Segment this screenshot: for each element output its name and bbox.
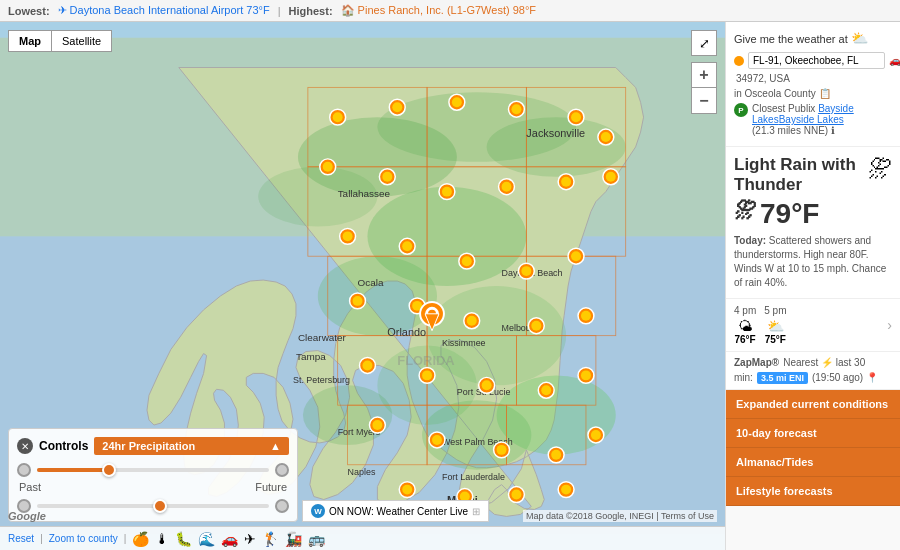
zoom-in-button[interactable]: + [691,62,717,88]
svg-point-98 [581,370,591,380]
ten-day-forecast-button[interactable]: 10-day forecast [726,419,900,448]
controls-header: ✕ Controls 24hr Precipitation ▲ [17,437,289,455]
svg-point-72 [402,241,412,251]
map-button[interactable]: Map [8,30,52,52]
svg-text:Naples: Naples [348,467,376,477]
svg-point-62 [442,187,452,197]
weather-temperature: ⛈ 79°F [734,198,892,230]
zip-code: 34972, USA [734,73,892,84]
lifestyle-forecasts-button[interactable]: Lifestyle forecasts [726,477,900,506]
zoom-out-button[interactable]: − [691,88,717,114]
icon-car[interactable]: 🚗 [221,531,238,547]
icon-golf[interactable]: 🏌 [262,531,279,547]
highest-location: 🏠 Pines Ranch, Inc. (L1-G7West) 98°F [341,4,537,17]
bottom-bar: Reset | Zoom to county | 🍊 🌡 🐛 🌊 🚗 ✈ 🏌 🚂… [0,526,725,550]
secondary-slider-row [17,499,289,513]
location-input[interactable] [748,52,885,69]
svg-point-56 [601,132,611,142]
county-icon: 📋 [819,88,831,99]
satellite-button[interactable]: Satellite [52,30,112,52]
lowest-label: Lowest: [8,5,50,17]
location-dot [734,56,744,66]
reset-button[interactable]: Reset [8,533,34,544]
publix-distance: (21.3 miles NNE) ℹ [752,125,835,136]
separator: | [278,5,281,17]
svg-text:Jacksonville: Jacksonville [526,127,585,139]
svg-point-92 [422,370,432,380]
time-labels: Past Future [17,481,289,493]
controls-close-button[interactable]: ✕ [17,438,33,454]
almanac-tides-button[interactable]: Almanac/Tides [726,448,900,477]
icon-bus[interactable]: 🚌 [308,531,325,547]
map-attribution: Map data ©2018 Google, INEGI | Terms of … [523,510,717,522]
svg-point-94 [482,380,492,390]
top-bar: Lowest: ✈ Daytona Beach International Ai… [0,0,900,22]
controls-label: Controls [39,439,88,453]
svg-point-54 [571,112,581,122]
svg-point-86 [531,321,541,331]
give-me-weather-section: Give me the weather at ⛅ 🚗 ✕ 34972, USA … [726,22,900,147]
svg-point-84 [467,316,477,326]
right-panel: Give me the weather at ⛅ 🚗 ✕ 34972, USA … [725,22,900,550]
svg-point-102 [432,435,442,445]
eni-badge: 3.5 mi ENI [757,372,808,384]
hourly-item-2: 5 pm ⛅ 75°F [764,305,786,345]
icon-train[interactable]: 🚂 [285,531,302,547]
svg-point-114 [511,490,521,500]
controls-panel: ✕ Controls 24hr Precipitation ▲ Past Fut… [8,428,298,522]
icon-plane[interactable]: ✈ [244,531,256,547]
svg-point-106 [551,450,561,460]
svg-text:Kissimmee: Kissimmee [442,338,486,348]
icon-wave[interactable]: 🌊 [198,531,215,547]
svg-point-66 [561,177,571,187]
weather-condition: Light Rain with Thunder [734,155,868,196]
svg-point-88 [581,311,591,321]
on-now-expand-icon[interactable]: ⊞ [472,506,480,517]
svg-text:Tampa: Tampa [296,351,326,362]
precip-selector[interactable]: 24hr Precipitation ▲ [94,437,289,455]
hourly-forecast-section: 4 pm 🌤 76°F 5 pm ⛅ 75°F › [726,299,900,352]
svg-point-116 [561,485,571,495]
hourly-chevron[interactable]: › [887,317,892,333]
publix-icon: P [734,103,748,117]
secondary-dot-right [275,499,289,513]
fullscreen-button[interactable]: ⤢ [691,30,717,56]
secondary-track[interactable] [37,504,269,508]
on-now-icon: W [311,504,325,518]
svg-text:Orlando: Orlando [387,326,426,338]
zapmap-label: ZapMap® [734,357,779,368]
svg-point-110 [402,485,412,495]
map-type-controls: Map Satellite [8,30,112,52]
future-label: Future [255,481,287,493]
slider-fill [37,468,107,472]
zoom-county-button[interactable]: Zoom to county [49,533,118,544]
svg-point-46 [333,112,343,122]
svg-point-100 [372,420,382,430]
on-now-banner[interactable]: W ON NOW: Weather Center Live ⊞ [302,500,489,522]
publix-name-text[interactable]: Bayside Lakes [779,114,844,125]
slider-thumb[interactable] [102,463,116,477]
location-input-row: 🚗 ✕ [734,52,892,69]
slider-track[interactable] [37,468,269,472]
svg-text:Clearwater: Clearwater [298,332,347,343]
google-logo: Google [8,510,46,522]
svg-point-68 [606,172,616,182]
icon-thermometer[interactable]: 🌡 [155,531,169,547]
svg-text:Tallahassee: Tallahassee [338,188,391,199]
lowest-location: ✈ Daytona Beach International Airport 73… [58,4,270,17]
svg-point-104 [497,445,507,455]
icon-orange[interactable]: 🍊 [132,531,149,547]
svg-point-70 [343,231,353,241]
expanded-conditions-button[interactable]: Expanded current conditions [726,390,900,419]
icon-bug[interactable]: 🐛 [175,531,192,547]
eni-time: (19:50 ago) 📍 [812,372,878,383]
secondary-thumb[interactable] [153,499,167,513]
county-label: in Osceola County 📋 [734,88,892,99]
weather-main-icon: ⛈ [868,155,892,183]
svg-point-50 [452,97,462,107]
time-slider-row [17,463,289,477]
give-me-title: Give me the weather at ⛅ [734,30,892,46]
publix-row: P Closest Publix Bayside LakesBayside La… [734,103,892,136]
slider-dot-right [275,463,289,477]
map-container[interactable]: Map Satellite ⤢ + − [0,22,725,550]
